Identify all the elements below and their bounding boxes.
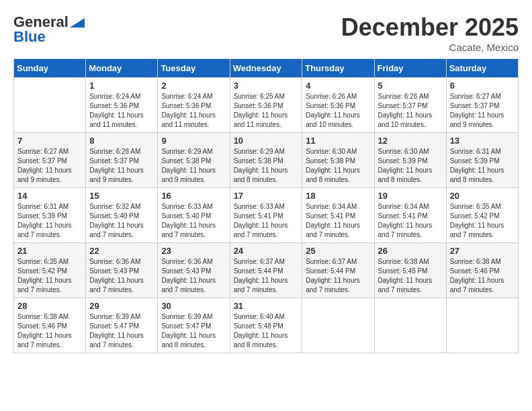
calendar-cell: 8Sunrise: 6:28 AM Sunset: 5:37 PM Daylig… bbox=[86, 133, 158, 188]
day-info: Sunrise: 6:34 AM Sunset: 5:41 PM Dayligh… bbox=[306, 202, 370, 240]
day-number: 6 bbox=[450, 81, 515, 91]
day-number: 15 bbox=[89, 191, 154, 201]
day-number: 9 bbox=[161, 136, 226, 146]
calendar-cell: 3Sunrise: 6:25 AM Sunset: 5:36 PM Daylig… bbox=[230, 78, 302, 133]
calendar-cell bbox=[374, 298, 446, 353]
calendar-header-sunday: Sunday bbox=[14, 59, 86, 78]
calendar-cell: 15Sunrise: 6:32 AM Sunset: 5:40 PM Dayli… bbox=[86, 188, 158, 243]
day-info: Sunrise: 6:25 AM Sunset: 5:36 PM Dayligh… bbox=[234, 92, 299, 130]
day-number: 8 bbox=[89, 136, 154, 146]
calendar-header-friday: Friday bbox=[374, 59, 446, 78]
day-info: Sunrise: 6:36 AM Sunset: 5:43 PM Dayligh… bbox=[89, 257, 154, 295]
day-number: 19 bbox=[378, 191, 443, 201]
day-number: 16 bbox=[161, 191, 226, 201]
day-number: 30 bbox=[161, 301, 226, 311]
svg-marker-0 bbox=[70, 18, 85, 28]
month-title: December 2025 bbox=[341, 13, 519, 42]
day-info: Sunrise: 6:33 AM Sunset: 5:41 PM Dayligh… bbox=[234, 202, 299, 240]
day-info: Sunrise: 6:26 AM Sunset: 5:37 PM Dayligh… bbox=[378, 92, 443, 130]
day-number: 17 bbox=[234, 191, 299, 201]
day-info: Sunrise: 6:29 AM Sunset: 5:38 PM Dayligh… bbox=[161, 147, 226, 185]
day-info: Sunrise: 6:33 AM Sunset: 5:40 PM Dayligh… bbox=[161, 202, 226, 240]
day-info: Sunrise: 6:26 AM Sunset: 5:36 PM Dayligh… bbox=[306, 92, 370, 130]
calendar-cell bbox=[302, 298, 374, 353]
day-info: Sunrise: 6:31 AM Sunset: 5:39 PM Dayligh… bbox=[450, 147, 515, 185]
day-info: Sunrise: 6:34 AM Sunset: 5:41 PM Dayligh… bbox=[378, 202, 443, 240]
location: Cacate, Mexico bbox=[341, 42, 519, 53]
calendar-cell: 2Sunrise: 6:24 AM Sunset: 5:36 PM Daylig… bbox=[158, 78, 230, 133]
calendar-week-row: 28Sunrise: 6:38 AM Sunset: 5:46 PM Dayli… bbox=[14, 298, 519, 353]
calendar-cell: 14Sunrise: 6:31 AM Sunset: 5:39 PM Dayli… bbox=[14, 188, 86, 243]
day-info: Sunrise: 6:37 AM Sunset: 5:44 PM Dayligh… bbox=[234, 257, 299, 295]
calendar-week-row: 7Sunrise: 6:27 AM Sunset: 5:37 PM Daylig… bbox=[14, 133, 519, 188]
calendar-cell: 17Sunrise: 6:33 AM Sunset: 5:41 PM Dayli… bbox=[230, 188, 302, 243]
day-number: 3 bbox=[234, 81, 299, 91]
logo: General Blue bbox=[13, 13, 85, 46]
day-info: Sunrise: 6:39 AM Sunset: 5:47 PM Dayligh… bbox=[161, 312, 226, 350]
calendar-cell: 22Sunrise: 6:36 AM Sunset: 5:43 PM Dayli… bbox=[86, 243, 158, 298]
day-number: 29 bbox=[89, 301, 154, 311]
day-info: Sunrise: 6:38 AM Sunset: 5:45 PM Dayligh… bbox=[378, 257, 443, 295]
calendar-cell: 4Sunrise: 6:26 AM Sunset: 5:36 PM Daylig… bbox=[302, 78, 374, 133]
day-number: 25 bbox=[306, 246, 370, 256]
day-number: 11 bbox=[306, 136, 370, 146]
day-info: Sunrise: 6:40 AM Sunset: 5:48 PM Dayligh… bbox=[234, 312, 299, 350]
logo-blue: Blue bbox=[13, 28, 46, 46]
calendar-cell: 5Sunrise: 6:26 AM Sunset: 5:37 PM Daylig… bbox=[374, 78, 446, 133]
day-number: 2 bbox=[161, 81, 226, 91]
title-block: December 2025 Cacate, Mexico bbox=[341, 13, 519, 53]
calendar-header-monday: Monday bbox=[86, 59, 158, 78]
day-info: Sunrise: 6:30 AM Sunset: 5:39 PM Dayligh… bbox=[378, 147, 443, 185]
calendar-cell: 20Sunrise: 6:35 AM Sunset: 5:42 PM Dayli… bbox=[446, 188, 518, 243]
day-number: 12 bbox=[378, 136, 443, 146]
calendar-cell bbox=[14, 78, 86, 133]
day-info: Sunrise: 6:31 AM Sunset: 5:39 PM Dayligh… bbox=[17, 202, 82, 240]
page-header: General Blue December 2025 Cacate, Mexic… bbox=[13, 13, 519, 53]
calendar-cell bbox=[446, 298, 518, 353]
day-info: Sunrise: 6:24 AM Sunset: 5:36 PM Dayligh… bbox=[89, 92, 154, 130]
day-number: 22 bbox=[89, 246, 154, 256]
day-number: 18 bbox=[306, 191, 370, 201]
calendar-cell: 26Sunrise: 6:38 AM Sunset: 5:45 PM Dayli… bbox=[374, 243, 446, 298]
calendar-cell: 18Sunrise: 6:34 AM Sunset: 5:41 PM Dayli… bbox=[302, 188, 374, 243]
day-info: Sunrise: 6:29 AM Sunset: 5:38 PM Dayligh… bbox=[234, 147, 299, 185]
day-number: 4 bbox=[306, 81, 370, 91]
calendar-cell: 24Sunrise: 6:37 AM Sunset: 5:44 PM Dayli… bbox=[230, 243, 302, 298]
calendar-cell: 1Sunrise: 6:24 AM Sunset: 5:36 PM Daylig… bbox=[86, 78, 158, 133]
calendar-cell: 30Sunrise: 6:39 AM Sunset: 5:47 PM Dayli… bbox=[158, 298, 230, 353]
day-number: 31 bbox=[234, 301, 299, 311]
calendar-table: SundayMondayTuesdayWednesdayThursdayFrid… bbox=[13, 58, 519, 353]
calendar-header-saturday: Saturday bbox=[446, 59, 518, 78]
calendar-cell: 27Sunrise: 6:38 AM Sunset: 5:46 PM Dayli… bbox=[446, 243, 518, 298]
calendar-week-row: 21Sunrise: 6:35 AM Sunset: 5:42 PM Dayli… bbox=[14, 243, 519, 298]
day-info: Sunrise: 6:35 AM Sunset: 5:42 PM Dayligh… bbox=[17, 257, 82, 295]
calendar-cell: 19Sunrise: 6:34 AM Sunset: 5:41 PM Dayli… bbox=[374, 188, 446, 243]
day-number: 21 bbox=[17, 246, 82, 256]
day-number: 23 bbox=[161, 246, 226, 256]
calendar-cell: 31Sunrise: 6:40 AM Sunset: 5:48 PM Dayli… bbox=[230, 298, 302, 353]
day-number: 13 bbox=[450, 136, 515, 146]
calendar-cell: 28Sunrise: 6:38 AM Sunset: 5:46 PM Dayli… bbox=[14, 298, 86, 353]
day-number: 26 bbox=[378, 246, 443, 256]
day-number: 10 bbox=[234, 136, 299, 146]
day-info: Sunrise: 6:36 AM Sunset: 5:43 PM Dayligh… bbox=[161, 257, 226, 295]
day-number: 7 bbox=[17, 136, 82, 146]
calendar-cell: 23Sunrise: 6:36 AM Sunset: 5:43 PM Dayli… bbox=[158, 243, 230, 298]
day-info: Sunrise: 6:35 AM Sunset: 5:42 PM Dayligh… bbox=[450, 202, 515, 240]
day-info: Sunrise: 6:37 AM Sunset: 5:44 PM Dayligh… bbox=[306, 257, 370, 295]
calendar-cell: 10Sunrise: 6:29 AM Sunset: 5:38 PM Dayli… bbox=[230, 133, 302, 188]
calendar-cell: 9Sunrise: 6:29 AM Sunset: 5:38 PM Daylig… bbox=[158, 133, 230, 188]
logo-icon bbox=[70, 18, 85, 28]
day-info: Sunrise: 6:30 AM Sunset: 5:38 PM Dayligh… bbox=[306, 147, 370, 185]
calendar-cell: 13Sunrise: 6:31 AM Sunset: 5:39 PM Dayli… bbox=[446, 133, 518, 188]
calendar-cell: 11Sunrise: 6:30 AM Sunset: 5:38 PM Dayli… bbox=[302, 133, 374, 188]
day-number: 27 bbox=[450, 246, 515, 256]
calendar-cell: 7Sunrise: 6:27 AM Sunset: 5:37 PM Daylig… bbox=[14, 133, 86, 188]
calendar-header-thursday: Thursday bbox=[302, 59, 374, 78]
calendar-header-wednesday: Wednesday bbox=[230, 59, 302, 78]
day-number: 28 bbox=[17, 301, 82, 311]
day-number: 5 bbox=[378, 81, 443, 91]
calendar-header-row: SundayMondayTuesdayWednesdayThursdayFrid… bbox=[14, 59, 519, 78]
calendar-week-row: 14Sunrise: 6:31 AM Sunset: 5:39 PM Dayli… bbox=[14, 188, 519, 243]
calendar-cell: 21Sunrise: 6:35 AM Sunset: 5:42 PM Dayli… bbox=[14, 243, 86, 298]
